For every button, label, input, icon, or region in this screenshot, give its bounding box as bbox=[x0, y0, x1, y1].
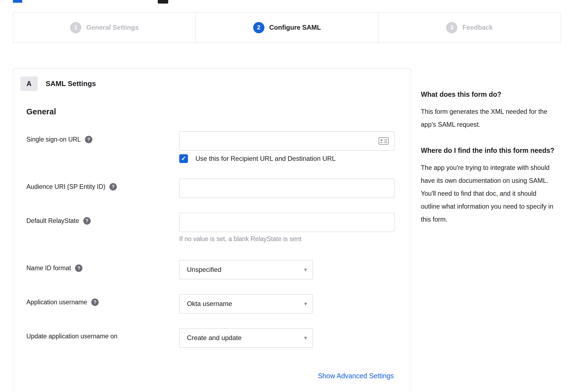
help-heading-what: What does this form do? bbox=[421, 89, 555, 99]
audience-uri-input-wrap bbox=[179, 179, 394, 198]
sso-url-input-wrap bbox=[179, 131, 394, 151]
name-id-format-label: Name ID format bbox=[26, 264, 71, 272]
help-icon[interactable]: ? bbox=[83, 217, 91, 225]
relaystate-input-wrap bbox=[179, 213, 394, 232]
name-id-format-value: Unspecified bbox=[187, 266, 221, 274]
help-body-what: This form generates the XML needed for t… bbox=[421, 105, 555, 131]
step-general-settings[interactable]: 1 General Settings bbox=[13, 12, 195, 43]
chevron-down-icon: ▾ bbox=[304, 335, 307, 341]
step-number-2: 2 bbox=[253, 22, 264, 33]
recipient-url-checkbox[interactable]: ✓ bbox=[179, 154, 188, 163]
name-id-format-label-row: Name ID format ? bbox=[26, 264, 82, 272]
sso-url-label-row: Single sign-on URL ? bbox=[26, 136, 92, 143]
help-icon[interactable]: ? bbox=[75, 264, 82, 272]
step-feedback[interactable]: 3 Feedback bbox=[378, 12, 561, 43]
step-number-1: 1 bbox=[70, 22, 81, 33]
saml-settings-panel: A SAML Settings General Single sign-on U… bbox=[13, 68, 411, 392]
update-username-label: Update application username on bbox=[26, 333, 117, 340]
help-body-where: The app you're trying to integrate with … bbox=[421, 161, 555, 226]
recipient-url-checkbox-label: Use this for Recipient URL and Destinati… bbox=[195, 155, 336, 162]
name-id-format-select[interactable]: Unspecified ▾ bbox=[179, 260, 313, 279]
app-username-label-row: Application username ? bbox=[26, 299, 99, 306]
audience-uri-input[interactable] bbox=[179, 179, 394, 198]
chevron-down-icon: ▾ bbox=[304, 300, 307, 307]
clipped-header-fragment-blue bbox=[13, 0, 22, 3]
chevron-down-icon: ▾ bbox=[304, 266, 307, 273]
help-icon[interactable]: ? bbox=[109, 183, 117, 191]
update-username-label-row: Update application username on bbox=[26, 333, 117, 340]
step-number-3: 3 bbox=[446, 22, 457, 33]
relaystate-input[interactable] bbox=[179, 213, 394, 232]
update-username-select[interactable]: Create and update ▾ bbox=[179, 328, 313, 347]
recipient-url-checkbox-row: ✓ Use this for Recipient URL and Destina… bbox=[179, 154, 336, 163]
help-heading-where: Where do I find the info this form needs… bbox=[421, 145, 555, 155]
app-username-value: Okta username bbox=[187, 300, 232, 308]
general-section-heading: General bbox=[26, 107, 56, 116]
step-label-general-settings: General Settings bbox=[86, 24, 139, 31]
help-sidebar: What does this form do? This form genera… bbox=[421, 89, 555, 240]
app-username-select[interactable]: Okta username ▾ bbox=[179, 294, 313, 313]
step-label-feedback: Feedback bbox=[462, 24, 493, 31]
check-icon: ✓ bbox=[181, 155, 186, 162]
sso-url-label: Single sign-on URL bbox=[26, 136, 81, 143]
wizard-stepper: 1 General Settings 2 Configure SAML 3 Fe… bbox=[13, 12, 561, 43]
show-advanced-settings-link[interactable]: Show Advanced Settings bbox=[318, 372, 394, 380]
help-icon[interactable]: ? bbox=[91, 299, 99, 306]
update-username-value: Create and update bbox=[187, 334, 242, 342]
relaystate-helper-text: If no value is set, a blank RelayState i… bbox=[179, 235, 302, 243]
relaystate-label-row: Default RelayState ? bbox=[26, 217, 91, 225]
clipped-header-fragment-dark bbox=[158, 0, 168, 4]
audience-uri-label: Audience URI (SP Entity ID) bbox=[26, 183, 105, 191]
sso-url-input[interactable] bbox=[179, 131, 394, 151]
contact-card-icon bbox=[378, 137, 389, 145]
section-a-badge: A bbox=[20, 76, 38, 91]
help-icon[interactable]: ? bbox=[85, 136, 92, 143]
step-label-configure-saml: Configure SAML bbox=[269, 24, 321, 31]
panel-title: SAML Settings bbox=[46, 76, 96, 91]
audience-uri-label-row: Audience URI (SP Entity ID) ? bbox=[26, 183, 117, 191]
step-configure-saml[interactable]: 2 Configure SAML bbox=[195, 12, 378, 43]
app-username-label: Application username bbox=[26, 299, 87, 306]
relaystate-label: Default RelayState bbox=[26, 217, 79, 225]
